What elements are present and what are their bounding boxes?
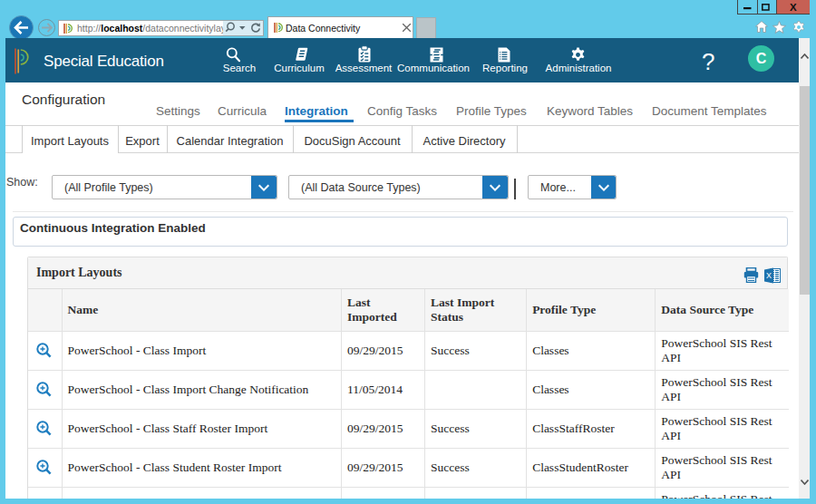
svg-text:X: X — [766, 271, 772, 280]
